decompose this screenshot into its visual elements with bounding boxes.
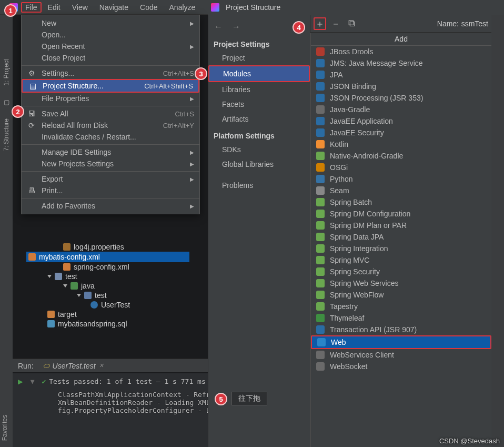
menu-item-add-to-favorites[interactable]: Add to Favorites▶ <box>22 200 199 212</box>
menu-item-close-project[interactable]: Close Project <box>22 52 199 64</box>
menu-item-new[interactable]: New▶ <box>22 17 199 29</box>
tree-item-test[interactable]: test <box>26 272 189 281</box>
add-json-processing-jsr-353-[interactable]: JSON Processing (JSR 353) <box>311 92 491 104</box>
framework-label: Spring DM Configuration <box>330 210 410 218</box>
back-icon[interactable]: ← <box>213 21 224 33</box>
menu-code[interactable]: Code <box>135 2 163 13</box>
tree-item-mybatisandspring-sql[interactable]: mybatisandspring.sql <box>26 319 189 329</box>
ps-artifacts[interactable]: Artifacts <box>208 112 310 126</box>
menu-item-open-recent[interactable]: Open Recent▶ <box>22 41 199 52</box>
menu-item-label: File Properties <box>42 94 185 103</box>
framework-icon <box>316 140 325 148</box>
framework-label: WebSocket <box>330 362 367 371</box>
menu-item-save-all[interactable]: 🖫Save AllCtrl+S <box>22 108 199 120</box>
down-icon[interactable]: ▼ <box>31 378 35 385</box>
menu-item-settings-[interactable]: ⚙Settings...Ctrl+Alt+S <box>22 67 199 79</box>
add-thymeleaf[interactable]: Thymeleaf <box>311 312 491 324</box>
menu-item-export[interactable]: Export▶ <box>22 173 199 185</box>
menu-item-reload-all-from-disk[interactable]: ⟳Reload All from DiskCtrl+Alt+Y <box>22 120 199 131</box>
tree-item-spring-config-xml[interactable]: spring-config.xml <box>26 262 189 272</box>
add-spring-dm-plan-or-par[interactable]: Spring DM Plan or PAR <box>311 220 491 231</box>
add-jboss-drools[interactable]: JBoss Drools <box>311 46 491 57</box>
add-spring-mvc[interactable]: Spring MVC <box>311 254 491 266</box>
forward-icon[interactable]: → <box>230 21 242 33</box>
add-seam[interactable]: Seam <box>311 185 491 196</box>
add-javaee-security[interactable]: JavaEE Security <box>311 127 491 138</box>
prop-icon <box>63 243 70 251</box>
watermark: CSDN @Stevedash <box>439 437 500 445</box>
add-spring-security[interactable]: Spring Security <box>311 266 491 277</box>
menu-item-project-structure-[interactable]: ▤Project Structure...Ctrl+Alt+Shift+S <box>22 79 199 93</box>
menu-navigate[interactable]: Navigate <box>94 2 134 13</box>
menu-item-manage-ide-settings[interactable]: Manage IDE Settings▶ <box>22 146 199 158</box>
add-java-gradle[interactable]: Java-Gradle <box>311 104 491 115</box>
menu-item-label: Export <box>42 175 185 183</box>
add-kotlin[interactable]: Kotlin <box>311 138 491 150</box>
class-icon <box>90 301 98 309</box>
add-json-binding[interactable]: JSON Binding <box>311 81 491 92</box>
ps-sdks[interactable]: SDKs <box>208 142 310 157</box>
add-websocket[interactable]: WebSocket <box>311 361 491 372</box>
add-web[interactable]: Web <box>311 335 491 349</box>
menu-analyze[interactable]: Analyze <box>164 2 201 13</box>
add-transaction-api-jsr-907-[interactable]: Transaction API (JSR 907) <box>311 324 491 335</box>
framework-icon <box>316 325 325 334</box>
menu-file[interactable]: File <box>21 2 42 13</box>
ps-libraries[interactable]: Libraries <box>208 82 310 97</box>
framework-icon <box>316 128 325 137</box>
twistie-icon[interactable] <box>77 294 81 297</box>
close-icon[interactable]: ✕ <box>99 362 104 369</box>
add-native-android-gradle[interactable]: Native-Android-Gradle <box>311 150 491 162</box>
add-spring-batch[interactable]: Spring Batch <box>311 196 491 208</box>
add-icon[interactable]: ＋ <box>314 17 326 30</box>
twistie-icon[interactable] <box>63 284 67 287</box>
twistie-icon[interactable] <box>47 275 52 278</box>
menu-item-file-properties[interactable]: File Properties▶ <box>22 93 199 104</box>
add-spring-data-jpa[interactable]: Spring Data JPA <box>311 231 491 243</box>
add-webservices-client[interactable]: WebServices Client <box>311 349 491 361</box>
add-osgi[interactable]: OSGi <box>311 162 491 173</box>
ps-project[interactable]: Project <box>208 51 310 65</box>
toolwindow-project[interactable]: 1: Project <box>3 57 10 88</box>
menu-item-new-projects-settings[interactable]: New Projects Settings▶ <box>22 158 199 170</box>
menu-item-open-[interactable]: Open... <box>22 29 199 41</box>
add-jpa[interactable]: JPA <box>311 69 491 81</box>
add-javaee-application[interactable]: JavaEE Application <box>311 115 491 127</box>
xml-icon <box>63 263 70 271</box>
tree-item-test[interactable]: test <box>26 291 189 300</box>
menu-edit[interactable]: Edit <box>43 2 66 13</box>
toolwindow-structure[interactable]: 7: Structure <box>3 116 10 153</box>
add-spring-integration[interactable]: Spring Integration <box>311 243 491 254</box>
tree-item-label: spring-config.xml <box>74 263 129 271</box>
menu-item-invalidate-caches-restart-[interactable]: Invalidate Caches / Restart... <box>22 131 199 143</box>
run-tab[interactable]: ⬭ UserTest.test ✕ <box>39 360 108 371</box>
ps-facets[interactable]: Facets <box>208 97 310 112</box>
ps-global-libraries[interactable]: Global Libraries <box>208 157 310 172</box>
left-tool-stripe: 1: Project ▢ 7: Structure <box>0 15 13 447</box>
tree-item-log4j-properties[interactable]: log4j.properties <box>26 242 189 252</box>
tree-item-mybatis-config-xml[interactable]: mybatis-config.xml <box>26 252 189 262</box>
framework-icon <box>316 351 325 359</box>
add-python[interactable]: Python <box>311 173 491 185</box>
tree-item-java[interactable]: java <box>26 281 189 291</box>
toolwindow-favorites[interactable]: Favorites <box>1 415 8 441</box>
add-spring-dm-configuration[interactable]: Spring DM Configuration <box>311 208 491 220</box>
remove-icon[interactable]: － <box>329 17 342 30</box>
copy-icon[interactable]: ⧉ <box>345 17 358 30</box>
tree-item-target[interactable]: target <box>26 310 189 319</box>
run-icon[interactable]: ▶ <box>18 376 23 386</box>
add-tapestry[interactable]: Tapestry <box>311 301 491 312</box>
ps-problems[interactable]: Problems <box>208 178 310 193</box>
menu-item-label: Manage IDE Settings <box>42 148 185 156</box>
framework-icon <box>316 314 325 322</box>
section-project-settings: Project Settings <box>208 35 310 51</box>
framework-label: Tapestry <box>330 302 358 311</box>
tree-item-usertest[interactable]: UserTest <box>26 300 189 310</box>
ps-modules[interactable]: Modules <box>208 65 310 82</box>
add-spring-webflow[interactable]: Spring WebFlow <box>311 289 491 301</box>
menu-item-print-[interactable]: 🖶Print... <box>22 185 199 196</box>
add-spring-web-services[interactable]: Spring Web Services <box>311 277 491 289</box>
add-jms-java-message-service[interactable]: JMS: Java Message Service <box>311 57 491 69</box>
menu-view[interactable]: View <box>67 2 93 13</box>
framework-label: OSGi <box>330 163 348 172</box>
